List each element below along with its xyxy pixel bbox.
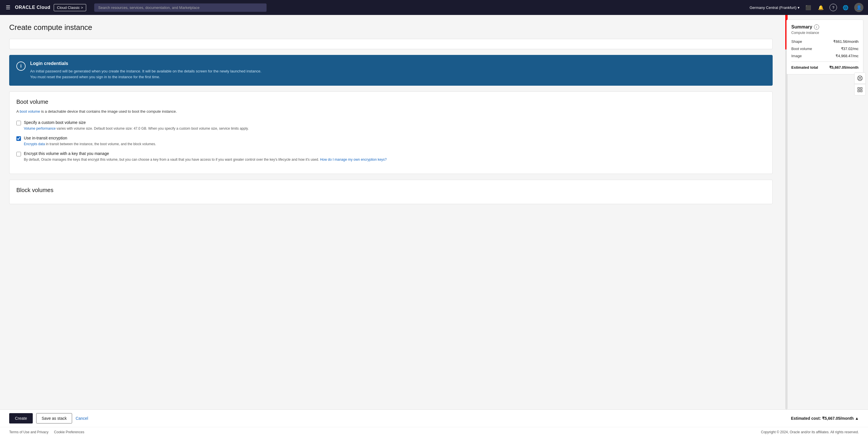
estimated-cost-value: ₹5,667.05/month (822, 416, 854, 420)
help-lifebuoy-icon[interactable] (854, 72, 866, 84)
globe-icon[interactable]: 🌐 (842, 3, 849, 11)
cloud-logo-text: Cloud (35, 5, 51, 10)
summary-total-value: ₹5,667.05/month (829, 65, 859, 69)
summary-boot-volume-label: Boot volume (791, 47, 812, 51)
svg-rect-9 (861, 90, 862, 92)
encrypt-key-sublabel: By default, Oracle manages the keys that… (24, 157, 386, 162)
top-navigation: ☰ ORACLE Cloud Cloud Classic > Germany C… (0, 0, 868, 15)
encrypt-transit-label-group: Use in-transit encryption Encrypts data … (24, 136, 156, 147)
summary-image-value: ₹4,968.47/mc (836, 54, 859, 58)
summary-shape-value: ₹661.56/month (833, 39, 859, 44)
bottom-action-bar: Create Save as stack Cancel Estimated co… (0, 409, 868, 427)
boot-volume-link[interactable]: boot volume (20, 109, 40, 114)
bell-icon[interactable]: 🔔 (817, 3, 825, 11)
terms-of-use-link[interactable]: Terms of Use and Privacy (9, 430, 49, 434)
estimated-cost-display: Estimated cost: ₹5,667.05/month ▲ (791, 416, 859, 420)
svg-line-5 (861, 77, 862, 77)
cookie-preferences-link[interactable]: Cookie Preferences (54, 430, 84, 434)
encrypt-key-label-group: Encrypt this volume with a key that you … (24, 151, 386, 162)
svg-point-1 (859, 77, 861, 79)
region-chevron-icon: ▾ (798, 5, 800, 10)
boot-volume-title: Boot volume (17, 98, 766, 105)
summary-total-row: Estimated total ₹5,667.05/month (791, 65, 859, 69)
login-credentials-card: i Login credentials An initial password … (9, 55, 773, 86)
login-credentials-description: An initial password will be generated wh… (30, 68, 261, 80)
svg-line-2 (858, 77, 859, 77)
svg-line-4 (858, 79, 859, 80)
estimated-cost-label: Estimated cost: (791, 416, 821, 420)
encrypt-key-checkbox[interactable] (17, 152, 21, 156)
encrypts-data-link[interactable]: Encrypts data (24, 142, 45, 146)
summary-card: Summary i Compute instance Shape ₹661.56… (786, 20, 863, 75)
manage-encryption-keys-link[interactable]: How do I manage my own encryption keys? (320, 157, 386, 162)
encrypt-transit-sublabel: Encrypts data in transit between the ins… (24, 141, 156, 147)
encrypt-transit-row: Use in-transit encryption Encrypts data … (17, 136, 766, 147)
help-widget (854, 72, 866, 95)
block-volumes-title: Block volumes (17, 187, 766, 194)
cancel-button[interactable]: Cancel (75, 416, 88, 420)
login-credentials-info-icon: i (17, 61, 26, 71)
encrypt-key-label[interactable]: Encrypt this volume with a key that you … (24, 151, 109, 156)
encrypt-transit-checkbox[interactable] (17, 136, 21, 141)
nav-right-icons: Germany Central (Frankfurt) ▾ ⬛ 🔔 ? 🌐 👤 (750, 3, 863, 12)
custom-boot-size-row: Specify a custom boot volume size Volume… (17, 120, 766, 131)
summary-shape-label: Shape (791, 39, 802, 44)
oracle-logo-text: ORACLE (15, 5, 35, 10)
custom-boot-size-label[interactable]: Specify a custom boot volume size (24, 120, 86, 125)
create-button[interactable]: Create (9, 413, 33, 424)
summary-boot-volume-row: Boot volume ₹37.02/mc (791, 47, 859, 51)
encrypt-transit-label[interactable]: Use in-transit encryption (24, 136, 67, 140)
top-section-stub (9, 39, 773, 49)
oracle-logo: ORACLE Cloud (15, 5, 50, 10)
footer-copyright: Copyright © 2024, Oracle and/or its affi… (761, 430, 859, 434)
encrypt-key-row: Encrypt this volume with a key that you … (17, 151, 766, 162)
search-input[interactable] (94, 3, 267, 12)
login-credentials-title: Login credentials (30, 61, 261, 66)
svg-rect-6 (858, 88, 860, 89)
help-icon[interactable]: ? (830, 4, 837, 11)
boot-volume-card: Boot volume A boot volume is a detachabl… (9, 91, 773, 174)
hamburger-menu-icon[interactable]: ☰ (5, 3, 11, 12)
summary-subtitle: Compute instance (791, 31, 859, 35)
summary-image-label: Image (791, 54, 802, 58)
content-area: Create compute instance i Login credenti… (0, 15, 782, 409)
boot-volume-description: A boot volume is a detachable device tha… (17, 109, 766, 114)
summary-info-icon[interactable]: i (814, 24, 819, 30)
page-title: Create compute instance (9, 23, 773, 32)
summary-header: Summary i (791, 24, 859, 30)
volume-performance-link[interactable]: Volume performance (24, 126, 56, 130)
login-credentials-content: Login credentials An initial password wi… (30, 61, 261, 80)
footer-links: Terms of Use and Privacy Cookie Preferen… (9, 430, 89, 434)
summary-boot-volume-value: ₹37.02/mc (841, 47, 859, 51)
summary-shape-row: Shape ₹661.56/month (791, 39, 859, 44)
search-container (94, 3, 267, 12)
page-footer: Terms of Use and Privacy Cookie Preferen… (0, 427, 868, 437)
region-label: Germany Central (Frankfurt) (750, 5, 797, 10)
svg-rect-8 (858, 90, 860, 92)
summary-title: Summary (791, 24, 812, 30)
region-selector[interactable]: Germany Central (Frankfurt) ▾ (750, 5, 800, 10)
avatar[interactable]: 👤 (854, 3, 863, 12)
save-as-stack-button[interactable]: Save as stack (36, 413, 72, 424)
summary-panel: Summary i Compute instance Shape ₹661.56… (782, 15, 868, 409)
block-volumes-card: Block volumes (9, 180, 773, 204)
summary-total-label: Estimated total (791, 65, 818, 69)
svg-rect-7 (861, 88, 862, 89)
main-layout: Create compute instance i Login credenti… (0, 15, 868, 409)
cloud-classic-button[interactable]: Cloud Classic > (54, 4, 86, 11)
terminal-icon[interactable]: ⬛ (804, 3, 812, 11)
svg-line-3 (861, 79, 862, 80)
custom-boot-size-label-group: Specify a custom boot volume size Volume… (24, 120, 249, 131)
custom-boot-size-sublabel: Volume performance varies with volume si… (24, 126, 249, 131)
help-grid-icon[interactable] (854, 84, 866, 95)
summary-divider (791, 61, 859, 62)
summary-image-row: Image ₹4,968.47/mc (791, 54, 859, 58)
cost-chevron-icon[interactable]: ▲ (855, 416, 859, 420)
custom-boot-size-checkbox[interactable] (17, 121, 21, 125)
